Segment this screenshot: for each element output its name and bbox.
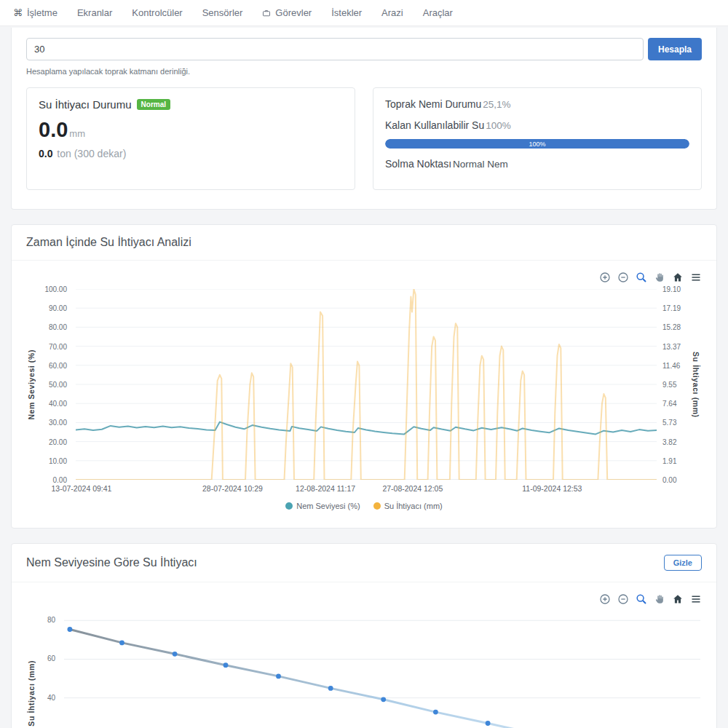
usable-water-value: 100% bbox=[486, 120, 511, 131]
water-need-value: 0.0 bbox=[39, 118, 68, 142]
chart1-legend: Nem Seviyesi (%)Su İhtiyacı (mm) bbox=[26, 502, 702, 510]
company-icon: ⌘ bbox=[13, 7, 23, 18]
legend-marker bbox=[373, 502, 381, 510]
home-icon[interactable] bbox=[671, 271, 684, 283]
usable-water-label: Kalan Kullanılabilir Su bbox=[385, 119, 484, 131]
chart1-title: Zaman İçinde Su İhtiyacı Analizi bbox=[26, 236, 191, 249]
legend-label: Nem Seviyesi (%) bbox=[296, 502, 360, 510]
water-need-secondary-unit: ton (300 dekar) bbox=[57, 148, 126, 159]
zoom-in-icon[interactable] bbox=[598, 271, 611, 283]
nav-item-label: Arazi bbox=[381, 7, 403, 18]
nav-item-label: Sensörler bbox=[202, 7, 243, 18]
chart1-left-axis-ticks: 100.0090.0080.0070.0060.0050.0040.0030.0… bbox=[36, 289, 73, 480]
moisture-water-chart-card: Nem Seviyesine Göre Su İhtiyacı Gizle Su… bbox=[11, 543, 717, 728]
pan-icon[interactable] bbox=[653, 271, 665, 283]
nav-item-label: İstekler bbox=[331, 7, 362, 18]
wilting-point-label: Solma Noktası bbox=[385, 158, 451, 170]
water-progress-fill: 100% bbox=[385, 139, 689, 149]
nav-item-istekler[interactable]: İstekler bbox=[331, 7, 362, 18]
chart2-plot-area[interactable] bbox=[64, 611, 700, 728]
pan-icon[interactable] bbox=[653, 593, 665, 605]
moisture-water-chart: Su İhtiyacı (mm) 80604020 bbox=[26, 611, 702, 728]
time-analysis-chart: Nem Seviyesi (%) 100.0090.0080.0070.0060… bbox=[26, 289, 702, 518]
nav-item-isletme[interactable]: ⌘ İşletme bbox=[13, 7, 58, 18]
nav-brand-label: İşletme bbox=[27, 7, 58, 18]
nav-item-label: Araçlar bbox=[423, 7, 453, 18]
wilting-point-value: Normal Nem bbox=[453, 159, 508, 170]
nav-item-araclar[interactable]: Araçlar bbox=[423, 7, 453, 18]
water-progress-label: 100% bbox=[529, 141, 545, 148]
status-badge: Normal bbox=[137, 99, 170, 110]
legend-item[interactable]: Su İhtiyacı (mm) bbox=[373, 502, 443, 510]
soil-moisture-card: Toprak Nemi Durumu25,1% Kalan Kullanılab… bbox=[373, 87, 702, 190]
nav-item-gorevler[interactable]: Görevler bbox=[262, 7, 312, 18]
menu-icon[interactable] bbox=[689, 593, 702, 605]
chart2-y-axis-ticks: 80604020 bbox=[36, 611, 61, 728]
legend-item[interactable]: Nem Seviyesi (%) bbox=[285, 502, 360, 510]
gizle-button[interactable]: Gizle bbox=[664, 555, 702, 571]
menu-icon[interactable] bbox=[689, 271, 702, 283]
zoom-in-icon[interactable] bbox=[598, 593, 611, 605]
hesapla-button[interactable]: Hesapla bbox=[648, 38, 702, 60]
chart1-x-axis-ticks: 13-07-2024 09:4128-07-2024 10:2912-08-20… bbox=[76, 484, 657, 496]
top-navigation: ⌘ İşletme Ekranlar Kontrolcüler Sensörle… bbox=[0, 0, 728, 26]
nav-item-kontrolculer[interactable]: Kontrolcüler bbox=[132, 7, 182, 18]
depth-input[interactable] bbox=[26, 38, 644, 60]
nav-item-ekranlar[interactable]: Ekranlar bbox=[77, 7, 112, 18]
water-need-title: Su İhtiyacı Durumu bbox=[39, 98, 132, 111]
chart2-y-axis-title: Su İhtiyacı (mm) bbox=[26, 611, 36, 728]
water-need-unit: mm bbox=[69, 128, 85, 139]
calculation-panel: Hesapla Hesaplama yapılacak toprak katma… bbox=[11, 28, 717, 210]
soil-moisture-label: Toprak Nemi Durumu bbox=[385, 98, 481, 110]
nav-item-label: Kontrolcüler bbox=[132, 7, 182, 18]
water-progress-bar: 100% bbox=[385, 139, 689, 149]
selection-zoom-icon[interactable] bbox=[635, 271, 647, 283]
chart2-toolbar bbox=[26, 587, 702, 609]
nav-item-arazi[interactable]: Arazi bbox=[381, 7, 403, 18]
input-helper-text: Hesaplama yapılacak toprak katmanı derin… bbox=[26, 67, 702, 76]
selection-zoom-icon[interactable] bbox=[635, 593, 647, 605]
zoom-out-icon[interactable] bbox=[617, 593, 629, 605]
soil-moisture-value: 25,1% bbox=[483, 99, 510, 110]
briefcase-icon bbox=[262, 9, 271, 17]
chart1-plot-area[interactable] bbox=[76, 289, 657, 480]
legend-label: Su İhtiyacı (mm) bbox=[384, 502, 443, 510]
chart1-right-axis-title: Su İhtiyacı (mm) bbox=[690, 289, 702, 480]
chart1-left-axis-title: Nem Seviyesi (%) bbox=[26, 289, 36, 480]
chart2-title: Nem Seviyesine Göre Su İhtiyacı bbox=[26, 556, 197, 569]
chart1-toolbar bbox=[26, 265, 702, 288]
chart1-right-axis-ticks: 19.1017.1915.2813.3711.469.557.645.733.8… bbox=[660, 289, 690, 480]
nav-item-label: Görevler bbox=[275, 7, 312, 18]
nav-item-label: Ekranlar bbox=[77, 7, 112, 18]
time-analysis-chart-card: Zaman İçinde Su İhtiyacı Analizi Nem Sev… bbox=[11, 224, 717, 529]
water-need-secondary-value: 0.0 bbox=[39, 148, 52, 159]
nav-item-sensorler[interactable]: Sensörler bbox=[202, 7, 243, 18]
water-need-card: Su İhtiyacı Durumu Normal 0.0 mm 0.0 ton… bbox=[26, 87, 355, 190]
zoom-out-icon[interactable] bbox=[617, 271, 629, 283]
legend-marker bbox=[285, 502, 293, 510]
home-icon[interactable] bbox=[671, 593, 684, 605]
